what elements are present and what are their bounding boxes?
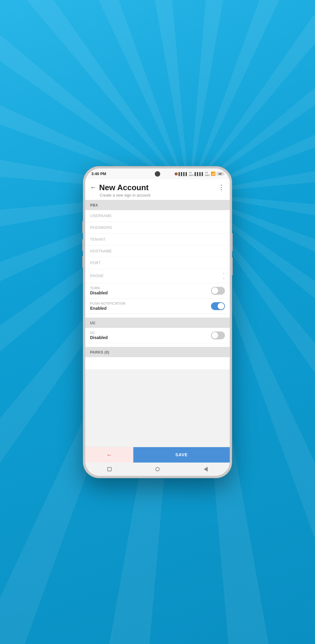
form-container: PBX USERNAME PASSWORD TENANT HOSTNAME PO… (85, 200, 230, 447)
header-left: ← New Account (90, 183, 149, 192)
push-notification-toggle-track[interactable] (211, 302, 225, 310)
section-uc: UC (85, 318, 230, 328)
uc-toggle-track[interactable] (211, 332, 225, 339)
username-input[interactable]: USERNAME (90, 214, 225, 218)
status-bar: 3:40 PM 🔕 ▌▌▌▌ VoWiFi ▌▌▌▌ VoWiFi 📶 49 (85, 168, 230, 179)
header-top: ← New Account ⋮ (90, 183, 225, 192)
camera-notch (155, 171, 160, 177)
mute-icon: 🔕 (174, 172, 178, 175)
password-field[interactable]: PASSWORD (85, 222, 230, 234)
wifi-icon: 📶 (211, 171, 216, 176)
hostname-field[interactable]: HOSTNAME (85, 245, 230, 257)
turn-value: Disabled (90, 290, 108, 295)
port-field[interactable]: PORT (85, 257, 230, 269)
push-notification-info: PUSH NOTIFICATION Enabled (90, 302, 125, 311)
hostname-input[interactable]: HOSTNAME (90, 249, 225, 253)
spinner-down[interactable]: ⌄ (222, 276, 225, 280)
android-nav (85, 463, 230, 476)
page-title: New Account (99, 183, 149, 192)
push-notification-value: Enabled (90, 306, 125, 311)
back-button[interactable]: ← (90, 184, 97, 191)
phone-spinner[interactable]: ⌃ ⌄ (222, 272, 225, 280)
turn-info: TURN Disabled (90, 286, 108, 295)
screen-content: ← New Account ⋮ Create a new sign in acc… (85, 179, 230, 463)
tenant-field[interactable]: TENANT (85, 234, 230, 245)
phone-frame: 3:40 PM 🔕 ▌▌▌▌ VoWiFi ▌▌▌▌ VoWiFi 📶 49 ← (83, 167, 232, 478)
push-notification-toggle-thumb (218, 303, 224, 309)
spacer-after-pbx (85, 314, 230, 318)
section-parks: PARKS (0) (85, 347, 230, 357)
nav-home-button[interactable] (154, 466, 161, 473)
turn-toggle-track[interactable] (211, 287, 225, 295)
turn-label: TURN (90, 286, 108, 290)
uc-label: UC (90, 331, 108, 335)
port-input[interactable]: PORT (90, 261, 225, 265)
status-icons: 🔕 ▌▌▌▌ VoWiFi ▌▌▌▌ VoWiFi 📶 49 (174, 171, 224, 177)
more-options-button[interactable]: ⋮ (218, 184, 225, 191)
nav-recent-button[interactable] (106, 466, 113, 473)
save-button[interactable]: SAVE (133, 447, 230, 463)
turn-toggle-row: TURN Disabled (85, 283, 230, 299)
uc-toggle[interactable] (211, 332, 225, 339)
cancel-button[interactable]: ← (85, 447, 133, 463)
phone-screen: 3:40 PM 🔕 ▌▌▌▌ VoWiFi ▌▌▌▌ VoWiFi 📶 49 ← (85, 168, 230, 476)
turn-toggle[interactable] (211, 287, 225, 295)
cancel-icon: ← (106, 451, 112, 458)
nav-circle-icon (155, 467, 160, 471)
username-field[interactable]: USERNAME (85, 210, 230, 222)
status-time: 3:40 PM (91, 171, 106, 176)
section-pbx-label: PBX (90, 203, 98, 207)
app-header: ← New Account ⋮ Create a new sign in acc… (85, 179, 230, 200)
nav-square-icon (107, 467, 112, 471)
tenant-input[interactable]: TENANT (90, 237, 225, 242)
turn-toggle-thumb (212, 287, 218, 294)
battery-indicator: 49 (216, 172, 224, 176)
page-subtitle: Create a new sign in account (100, 193, 225, 197)
save-label: SAVE (175, 452, 188, 457)
uc-toggle-row: UC Disabled (85, 328, 230, 343)
section-parks-label: PARKS (0) (90, 350, 109, 354)
spinner-up[interactable]: ⌃ (222, 272, 225, 276)
nav-back-button[interactable] (202, 466, 209, 473)
push-notification-row: PUSH NOTIFICATION Enabled (85, 299, 230, 314)
parks-content (85, 357, 230, 369)
uc-info: UC Disabled (90, 331, 108, 340)
push-notification-label: PUSH NOTIFICATION (90, 302, 125, 305)
spacer-after-uc (85, 343, 230, 347)
section-uc-label: UC (90, 321, 96, 325)
nav-triangle-icon (204, 467, 208, 472)
phone-input[interactable]: PHONE (90, 274, 222, 278)
signal2-icon: ▌▌▌▌ (195, 172, 204, 176)
bottom-buttons: ← SAVE (85, 447, 230, 463)
vo-wifi2-label: VoWiFi (205, 171, 210, 177)
password-input[interactable]: PASSWORD (90, 226, 225, 230)
phone-field-row[interactable]: PHONE ⌃ ⌄ (85, 269, 230, 283)
vo-wifi-label: VoWiFi (189, 171, 194, 177)
signal-icon: ▌▌▌▌ (179, 172, 188, 176)
uc-value: Disabled (90, 335, 108, 340)
uc-toggle-thumb (212, 332, 218, 339)
push-notification-toggle[interactable] (211, 302, 225, 310)
section-pbx: PBX (85, 200, 230, 210)
